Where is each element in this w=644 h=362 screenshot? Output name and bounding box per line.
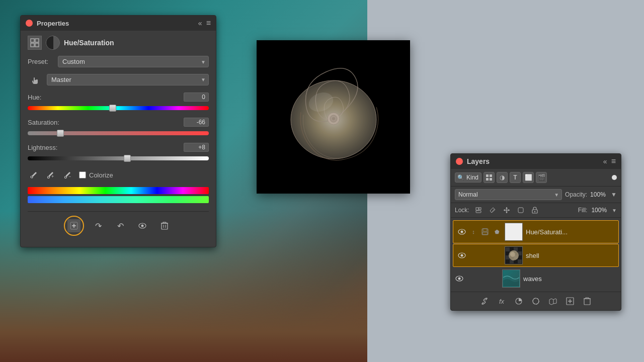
properties-panel: × Properties « ≡ Hue/Saturation xyxy=(20,15,216,247)
svg-rect-5 xyxy=(31,39,34,42)
preset-select[interactable]: Custom xyxy=(58,56,209,67)
layer-save-hue-saturation[interactable] xyxy=(480,227,490,236)
lightness-value-input[interactable] xyxy=(184,143,209,152)
svg-point-44 xyxy=(461,254,463,257)
layer-name-shell: shell xyxy=(526,252,614,259)
layer-visibility-waves[interactable] xyxy=(455,274,464,283)
saturation-value-input[interactable] xyxy=(184,118,209,127)
properties-title: Properties xyxy=(37,20,69,27)
properties-close-button[interactable]: × xyxy=(26,20,33,27)
svg-rect-17 xyxy=(162,223,168,229)
layer-link-hue-saturation[interactable]: ↕ xyxy=(469,228,477,236)
shell-image xyxy=(283,67,384,167)
lock-pixels-icon[interactable] xyxy=(473,205,484,215)
opacity-label: Opacity: xyxy=(565,191,587,198)
adjustment-header: Hue/Saturation xyxy=(28,36,209,50)
svg-rect-67 xyxy=(584,299,590,305)
svg-rect-42 xyxy=(482,232,488,234)
blend-mode-select[interactable]: Normal xyxy=(455,189,562,200)
layers-titlebar[interactable]: × Layers « ≡ xyxy=(451,154,621,169)
svg-text:−: − xyxy=(68,174,71,179)
delete-adjustment-button[interactable] xyxy=(156,218,173,234)
preset-row: Preset: Custom ▼ xyxy=(28,56,209,67)
opacity-input[interactable] xyxy=(590,191,608,198)
layers-menu-button[interactable]: ≡ xyxy=(611,157,616,166)
layers-title: Layers xyxy=(467,157,490,165)
properties-collapse-button[interactable]: « xyxy=(198,19,202,27)
svg-marker-32 xyxy=(506,212,508,213)
saturation-slider-thumb[interactable] xyxy=(57,130,64,137)
clip-to-layer-button[interactable] xyxy=(64,216,84,236)
layer-row-shell[interactable]: shell xyxy=(453,244,619,267)
fill-value: 100% xyxy=(591,207,607,214)
shell-preview xyxy=(257,40,410,194)
kind-select[interactable]: Kind xyxy=(466,174,479,181)
svg-rect-25 xyxy=(476,208,478,210)
undo-button[interactable]: ↶ xyxy=(112,218,128,234)
svg-line-60 xyxy=(484,300,486,302)
colorize-checkbox-label[interactable]: Colorize xyxy=(79,171,113,179)
opacity-arrow-icon[interactable]: ▼ xyxy=(611,191,617,198)
lightness-slider-thumb[interactable] xyxy=(124,155,131,162)
fill-arrow-icon[interactable]: ▼ xyxy=(612,208,617,213)
saturation-label: Saturation: xyxy=(28,119,59,126)
svg-point-3 xyxy=(332,117,335,120)
layer-clip-hue-saturation[interactable]: ⬟ xyxy=(493,227,502,236)
preset-select-wrapper: Custom ▼ xyxy=(58,56,209,67)
filter-smart-icon[interactable]: 🎬 xyxy=(536,172,547,183)
filter-toggle-dot[interactable] xyxy=(612,175,617,180)
svg-point-10 xyxy=(48,176,50,178)
layer-visibility-shell[interactable] xyxy=(457,251,466,260)
layer-link-button[interactable] xyxy=(478,295,491,307)
layer-adjustment-button[interactable] xyxy=(530,295,542,307)
eyedropper-add-tool[interactable]: + xyxy=(45,169,57,181)
lock-all-icon[interactable] xyxy=(530,205,540,215)
saturation-slider-track[interactable] xyxy=(28,129,209,138)
lock-paint-icon[interactable] xyxy=(488,205,498,215)
channel-select[interactable]: Master xyxy=(47,74,209,85)
hue-slider-thumb[interactable] xyxy=(109,105,116,112)
layer-delete-button[interactable] xyxy=(581,295,593,307)
svg-point-16 xyxy=(141,225,144,227)
layer-group-button[interactable] xyxy=(547,295,559,307)
svg-rect-7 xyxy=(31,43,34,47)
layers-collapse-button[interactable]: « xyxy=(603,157,607,165)
redo-button[interactable]: ↷ xyxy=(90,218,106,234)
channel-hand-icon[interactable] xyxy=(28,72,42,86)
layer-add-button[interactable] xyxy=(564,295,576,307)
layer-row-waves[interactable]: waves xyxy=(451,267,621,290)
lightness-row: Lightness: xyxy=(28,143,209,163)
hue-slider-track[interactable] xyxy=(28,104,209,113)
filter-adjustment-icon[interactable]: ◑ xyxy=(497,172,508,183)
properties-titlebar[interactable]: × Properties « ≡ xyxy=(21,16,216,31)
eyedropper-subtract-tool[interactable]: − xyxy=(62,169,74,181)
hue-value-input[interactable] xyxy=(184,93,209,102)
adjustment-grid-icon xyxy=(28,36,42,50)
lock-artboard-icon[interactable] xyxy=(516,205,526,215)
lightness-slider-track[interactable] xyxy=(28,154,209,163)
hue-row: Hue: xyxy=(28,93,209,113)
svg-rect-41 xyxy=(483,229,487,231)
layer-row-hue-saturation[interactable]: ↕ ⬟ Hue/Saturati... xyxy=(453,220,619,243)
filter-shape-icon[interactable]: ⬜ xyxy=(523,172,534,183)
layer-visibility-hue-saturation[interactable] xyxy=(457,227,466,236)
svg-rect-46 xyxy=(506,247,510,251)
channel-row: Master ▼ xyxy=(28,72,209,86)
result-spectrum-bar xyxy=(28,196,209,203)
layer-fx-button[interactable]: fx xyxy=(496,295,508,307)
visibility-toggle-button[interactable] xyxy=(134,218,150,234)
lock-position-icon[interactable] xyxy=(502,205,512,215)
layers-panel: × Layers « ≡ 🔍 Kind ◑ T xyxy=(450,153,621,311)
filter-type-icon[interactable]: T xyxy=(510,172,521,183)
filter-pixel-icon[interactable] xyxy=(484,172,495,183)
eyedropper-tool[interactable] xyxy=(28,169,40,181)
eyedropper-row: + − Colorize xyxy=(28,169,209,181)
svg-text:+: + xyxy=(51,174,54,179)
layer-new-fill-button[interactable] xyxy=(513,295,525,307)
layers-close-button[interactable]: × xyxy=(456,158,463,165)
fill-label: Fill: xyxy=(578,207,588,214)
blend-mode-select-wrapper: Normal ▼ xyxy=(455,189,562,200)
bottom-toolbar: ↷ ↶ xyxy=(28,211,209,240)
properties-menu-button[interactable]: ≡ xyxy=(206,19,211,28)
colorize-checkbox[interactable] xyxy=(79,171,86,178)
